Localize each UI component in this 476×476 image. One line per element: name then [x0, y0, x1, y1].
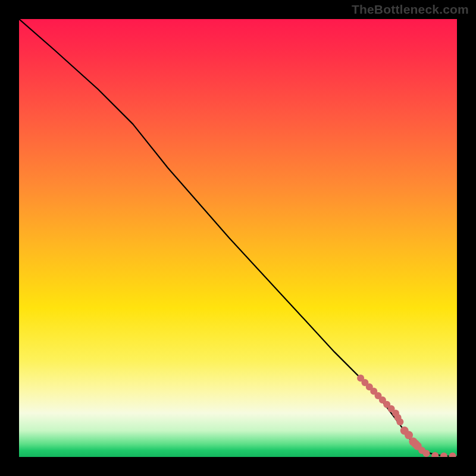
data-point: [440, 453, 447, 458]
data-point: [431, 452, 439, 457]
plot-area: [19, 19, 457, 457]
data-markers: [357, 375, 456, 458]
data-point: [423, 450, 430, 457]
chart-overlay: [19, 19, 457, 457]
watermark-text: TheBottleneck.com: [352, 2, 469, 17]
chart-stage: TheBottleneck.com: [0, 0, 476, 476]
data-point: [396, 418, 403, 425]
bottleneck-curve: [19, 19, 457, 456]
data-point: [449, 453, 456, 458]
